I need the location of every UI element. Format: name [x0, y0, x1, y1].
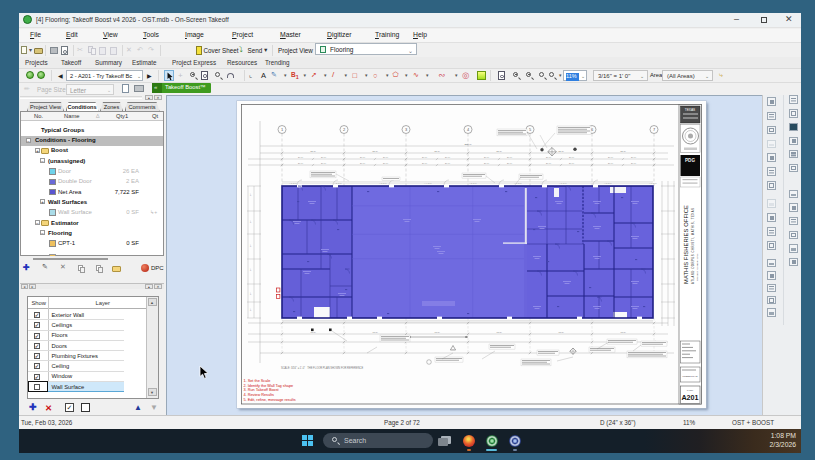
svg-text:48'-0": 48'-0" [620, 331, 626, 333]
svg-text:24'-0": 24'-0" [484, 162, 489, 164]
svg-text:24': 24' [249, 308, 251, 311]
svg-text:24'-0": 24'-0" [546, 156, 551, 158]
svg-text:24'-0": 24'-0" [422, 156, 427, 158]
svg-text:24'-0": 24'-0" [298, 162, 303, 164]
svg-text:24': 24' [249, 292, 251, 295]
svg-text:24'-0": 24'-0" [569, 156, 574, 158]
svg-text:24'-0": 24'-0" [360, 162, 365, 164]
svg-text:3. Run Takeoff Boost: 3. Run Takeoff Boost [244, 388, 280, 392]
svg-text:24'-0": 24'-0" [484, 156, 489, 158]
svg-text:24'-0": 24'-0" [608, 162, 613, 164]
svg-text:48'-0": 48'-0" [372, 331, 378, 333]
svg-text:24'-0": 24'-0" [507, 162, 512, 164]
svg-text:24'-0": 24'-0" [383, 162, 388, 164]
svg-text:24'-0": 24'-0" [608, 156, 613, 158]
svg-text:24'-0": 24'-0" [631, 156, 636, 158]
svg-text:2: 2 [343, 127, 346, 132]
svg-text:FLOOR PLAN: FLOOR PLAN [682, 375, 697, 378]
svg-text:24': 24' [249, 244, 251, 247]
svg-text:A-9 TYP: A-9 TYP [649, 182, 657, 184]
svg-text:48'-0": 48'-0" [496, 331, 502, 333]
svg-text:48'-0": 48'-0" [558, 331, 564, 333]
svg-text:TEXAS: TEXAS [685, 108, 695, 112]
svg-text:3: 3 [405, 127, 408, 132]
svg-text:48'-0": 48'-0" [620, 150, 626, 152]
svg-text:5. Edit, refine, message resul: 5. Edit, refine, message results [244, 398, 296, 402]
svg-text:A-8 TYP: A-8 TYP [604, 182, 612, 184]
svg-text:24': 24' [249, 220, 251, 223]
svg-text:24'-0": 24'-0" [445, 156, 450, 158]
svg-text:A201: A201 [681, 393, 698, 402]
svg-text:24'-0": 24'-0" [445, 162, 450, 164]
svg-text:4: 4 [467, 127, 470, 132]
svg-text:24'-0": 24'-0" [631, 162, 636, 164]
svg-text:48'-0": 48'-0" [310, 150, 316, 152]
svg-text:48'-0": 48'-0" [434, 150, 440, 152]
svg-text:MATHIS FISHERIES OFFICE: MATHIS FISHERIES OFFICE [683, 205, 689, 284]
svg-text:24': 24' [249, 193, 251, 196]
svg-text:24'-0": 24'-0" [546, 162, 551, 164]
svg-text:24'-0": 24'-0" [298, 156, 303, 158]
svg-text:24'-0": 24'-0" [507, 156, 512, 158]
svg-text:5: 5 [529, 127, 532, 132]
svg-text:48'-0": 48'-0" [496, 150, 502, 152]
svg-text:6: 6 [591, 127, 594, 132]
svg-text:48'-0": 48'-0" [558, 150, 564, 152]
svg-text:A-1 TYP: A-1 TYP [289, 182, 297, 184]
svg-text:24'-0": 24'-0" [422, 162, 427, 164]
svg-text:SHEET: SHEET [687, 389, 694, 391]
svg-text:288'-0": 288'-0" [464, 143, 471, 145]
svg-text:1. Set the Scale: 1. Set the Scale [244, 379, 271, 383]
svg-text:24'-0": 24'-0" [360, 156, 365, 158]
svg-text:A-7 TYP: A-7 TYP [559, 182, 567, 184]
svg-text:24'-0": 24'-0" [321, 156, 326, 158]
svg-text:24'-0": 24'-0" [569, 162, 574, 164]
svg-text:A-4 TYP: A-4 TYP [424, 182, 432, 184]
svg-text:SCALE: 3/16" = 1'-0" THE FLO: SCALE: 3/16" = 1'-0" THE FLOOR PLAN SHOW… [281, 366, 363, 370]
svg-text:A-6 TYP: A-6 TYP [514, 182, 522, 184]
svg-text:A-3 TYP: A-3 TYP [379, 182, 387, 184]
svg-text:24'-0": 24'-0" [383, 156, 388, 158]
svg-text:A-2 TYP: A-2 TYP [334, 182, 342, 184]
svg-text:48'-0": 48'-0" [434, 331, 440, 333]
svg-text:PDG: PDG [685, 158, 695, 163]
svg-text:1: 1 [281, 127, 284, 132]
svg-text:24'-0": 24'-0" [321, 162, 326, 164]
svg-text:24': 24' [249, 268, 251, 271]
svg-text:PROJECT NUMBER: 12716: PROJECT NUMBER: 12716 [696, 253, 698, 281]
svg-text:4. Review Results: 4. Review Results [244, 393, 274, 397]
svg-text:48'-0": 48'-0" [372, 150, 378, 152]
svg-text:2. Identify the Wall Tag shape: 2. Identify the Wall Tag shape [244, 384, 294, 388]
svg-text:7: 7 [653, 127, 656, 132]
svg-text:ATLAND CORPUS CHRISTI, MATHIS,: ATLAND CORPUS CHRISTI, MATHIS, TEXAS [691, 208, 695, 284]
svg-text:A-5 TYP: A-5 TYP [469, 182, 477, 184]
